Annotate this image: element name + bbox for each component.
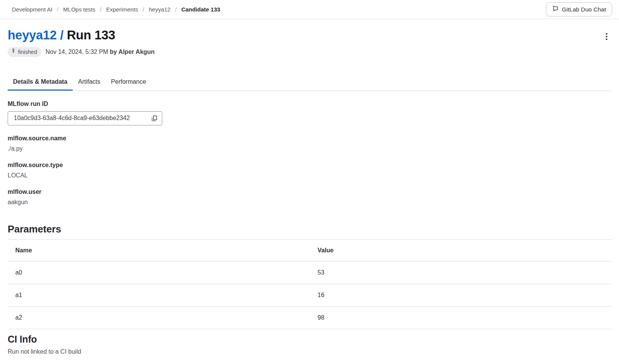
param-value: 98 [310,306,612,329]
run-id-label: MLflow run ID [8,101,612,107]
breadcrumb-separator: / [143,6,144,13]
metadata-value: ./a.py [8,145,612,152]
table-row: a0 53 [8,261,612,284]
run-author: by Alper Akgun [110,49,155,55]
metadata-label: mlflow.source.name [8,135,612,142]
page-title: heyya12 / Run 133 [8,28,115,43]
param-name: a2 [8,306,310,329]
parameters-section: Parameters Name Value a0 53 a1 16 a2 [8,223,612,329]
param-name: a1 [8,284,310,306]
copy-run-id-button[interactable] [150,114,158,122]
metadata-item: mlflow.source.type LOCAL [8,162,612,179]
table-header-row: Name Value [8,239,612,261]
run-id-field [8,111,162,125]
copy-clipboard-icon [151,117,158,123]
metadata-label: mlflow.source.type [8,162,612,169]
metadata-item: mlflow.source.name ./a.py [8,135,612,152]
kebab-menu-icon [606,36,608,41]
top-bar: Development AI / MLOps tests / Experimen… [0,0,619,19]
metadata-label: mlflow.user [8,188,612,195]
ci-info-section: CI Info Run not linked to a CI build [8,334,612,363]
breadcrumb: Development AI / MLOps tests / Experimen… [12,6,220,13]
run-meta-row: finished Nov 14, 2024, 5:32 PM by Alper … [8,47,612,57]
column-header-name: Name [8,239,310,261]
duo-chat-label: GitLab Duo Chat [562,6,606,13]
gitlab-duo-chat-button[interactable]: GitLab Duo Chat [546,2,612,16]
run-name: Run 133 [67,28,115,42]
breadcrumb-item-group[interactable]: Development AI [12,6,52,13]
parameters-table: Name Value a0 53 a1 16 a2 98 [8,239,612,329]
test-tube-icon [11,49,16,55]
param-value: 16 [310,284,612,306]
param-value: 53 [310,261,612,284]
tab-performance[interactable]: Performance [106,75,151,91]
duo-chat-icon [552,5,559,13]
param-name: a0 [8,261,310,284]
table-row: a1 16 [8,284,612,306]
tab-artifacts[interactable]: Artifacts [73,75,106,91]
breadcrumb-item-experiments[interactable]: Experiments [106,6,138,13]
breadcrumb-item-project[interactable]: MLOps tests [63,6,95,13]
ci-info-heading: CI Info [8,334,612,345]
title-row: heyya12 / Run 133 [8,28,612,43]
breadcrumb-item-experiment[interactable]: heyya12 [149,6,171,13]
run-timestamp: Nov 14, 2024, 5:32 PM by Alper Akgun [46,49,155,55]
status-badge-label: finished [18,49,37,55]
metadata-value: aakgun [8,199,612,206]
run-id-input[interactable] [13,114,147,122]
more-actions-button[interactable] [603,31,611,42]
breadcrumb-separator: / [100,6,101,13]
run-detail-page: heyya12 / Run 133 finished Nov 14 [0,28,619,363]
details-metadata-section: MLflow run ID mlflow.source.name ./a.py … [8,101,612,206]
table-row: a2 98 [8,306,612,329]
run-tabs: Details & Metadata Artifacts Performance [8,75,612,91]
column-header-value: Value [310,239,612,261]
metadata-item: mlflow.user aakgun [8,188,612,206]
tab-details-metadata[interactable]: Details & Metadata [8,75,73,91]
ci-info-message: Run not linked to a CI build [8,348,612,363]
breadcrumb-current-candidate: Candidate 133 [181,6,220,13]
breadcrumb-separator: / [175,6,177,13]
breadcrumb-separator: / [57,6,59,13]
parameters-heading: Parameters [8,223,612,235]
experiment-link[interactable]: heyya12 / [8,28,64,42]
status-badge: finished [8,47,41,57]
metadata-value: LOCAL [8,172,612,179]
